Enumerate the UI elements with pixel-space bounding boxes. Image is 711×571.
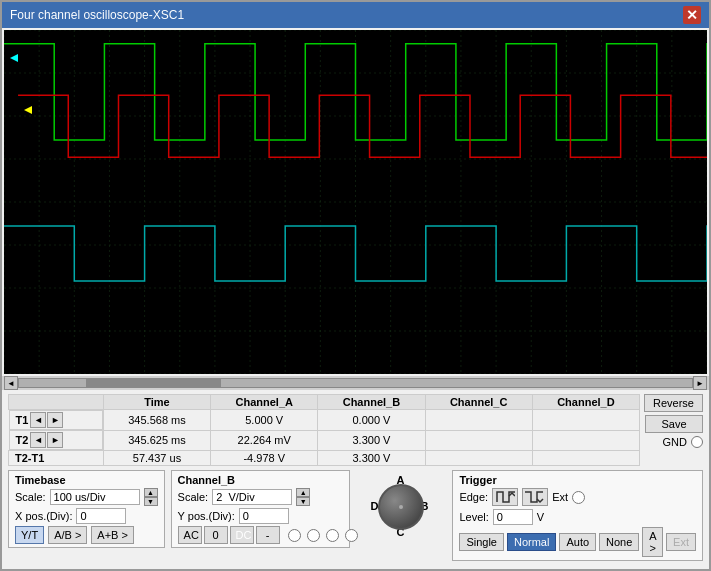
radio-3[interactable] [326,529,339,542]
apb-button[interactable]: A+B > [91,526,134,544]
level-unit: V [537,511,544,523]
t1-right-btn[interactable]: ► [47,412,63,428]
minus-button[interactable]: - [256,526,280,544]
radio-2[interactable] [307,529,320,542]
dc-button[interactable]: DC [230,526,254,544]
level-input[interactable] [493,509,533,525]
normal-button[interactable]: Normal [507,533,556,551]
rising-edge-button[interactable] [492,488,518,506]
scroll-right-arrow[interactable]: ► [693,376,707,390]
trigger-mode-row: Single Normal Auto None A > Ext [459,527,696,557]
chb-spin: ▲ ▼ [296,488,310,506]
channel-b-label: Channel_B [178,474,344,486]
oscilloscope-screen [4,30,707,374]
chb-scale-label: Scale: [178,491,209,503]
channel-b-panel: Channel_B Scale: ▲ ▼ Y pos.(Div): AC 0 [171,470,351,548]
chb-spin-up[interactable]: ▲ [296,488,310,497]
spin-down[interactable]: ▼ [144,497,158,506]
a-greater-button[interactable]: A > [642,527,663,557]
col-header-chd: Channel_D [532,395,639,410]
gnd-label: GND [663,436,687,448]
timebase-mode-row: Y/T A/B > A+B > [15,526,158,544]
row-t1-cha: 5.000 V [211,410,318,431]
level-label: Level: [459,511,488,523]
ext-radio[interactable] [572,491,585,504]
row-t1-chc [425,410,532,431]
chb-scale-input[interactable] [212,489,292,505]
timebase-spin: ▲ ▼ [144,488,158,506]
t2-left-btn[interactable]: ◄ [30,432,46,448]
trigger-panel: Trigger Edge: [452,470,703,561]
timebase-scale-row: Scale: ▲ ▼ [15,488,158,506]
timebase-xpos-row: X pos.(Div): [15,508,158,524]
measurements-row: Time Channel_A Channel_B Channel_C Chann… [8,394,703,466]
title-bar: Four channel oscilloscope-XSC1 ✕ [2,2,709,28]
row-t2-cha: 22.264 mV [211,430,318,451]
table-row: T1 ◄ ► 345.568 ms 5.000 V 0.000 V [9,410,640,431]
scroll-thumb[interactable] [86,379,221,387]
right-buttons: Reverse Save GND [644,394,703,448]
row-t1-chd [532,410,639,431]
timebase-trigger-row: Timebase Scale: ▲ ▼ X pos.(Div): Y/T A/B… [8,470,703,561]
radio-1[interactable] [288,529,301,542]
controls-area: Time Channel_A Channel_B Channel_C Chann… [2,390,709,569]
ext-mode-button[interactable]: Ext [666,533,696,551]
edge-row: Edge: Ext [459,488,696,506]
falling-edge-button[interactable] [522,488,548,506]
chb-scale-row: Scale: ▲ ▼ [178,488,344,506]
row-t2-chb: 3.300 V [318,430,425,451]
row-t2t1-chc [425,451,532,466]
table-row: T2 ◄ ► 345.625 ms 22.264 mV 3.300 V [9,430,640,451]
col-header-cha: Channel_A [211,395,318,410]
scope-canvas [4,30,707,374]
ab-button[interactable]: A/B > [48,526,87,544]
ypos-input[interactable] [239,508,289,524]
scale-label: Scale: [15,491,46,503]
row-t2t1-chb: 3.300 V [318,451,425,466]
ac-button[interactable]: AC [178,526,202,544]
channel-radio-group [288,529,358,542]
ext-label: Ext [552,491,568,503]
ypos-label: Y pos.(Div): [178,510,235,522]
chb-ypos-row: Y pos.(Div): [178,508,344,524]
auto-button[interactable]: Auto [559,533,596,551]
row-t2-label: T2 ◄ ► [9,430,103,450]
reverse-button[interactable]: Reverse [644,394,703,412]
scroll-bar: ◄ ► [2,376,709,390]
table-row: T2-T1 57.437 us -4.978 V 3.300 V [9,451,640,466]
scroll-left-arrow[interactable]: ◄ [4,376,18,390]
timebase-label: Timebase [15,474,158,486]
col-header-chc: Channel_C [425,395,532,410]
t1-left-btn[interactable]: ◄ [30,412,46,428]
col-header-chb: Channel_B [318,395,425,410]
chb-spin-down[interactable]: ▼ [296,497,310,506]
row-t2-chc [425,430,532,451]
row-t1-chb: 0.000 V [318,410,425,431]
t2-right-btn[interactable]: ► [47,432,63,448]
none-button[interactable]: None [599,533,639,551]
edge-label: Edge: [459,491,488,503]
row-t1-time: 345.568 ms [103,410,210,431]
scroll-track[interactable] [18,378,693,388]
row-t2t1-chd [532,451,639,466]
row-t2-chd [532,430,639,451]
xpos-input[interactable] [76,508,126,524]
row-t2-time: 345.625 ms [103,430,210,451]
zero-button[interactable]: 0 [204,526,228,544]
spin-up[interactable]: ▲ [144,488,158,497]
timebase-panel: Timebase Scale: ▲ ▼ X pos.(Div): Y/T A/B… [8,470,165,548]
col-header-label [9,395,104,410]
measurements-table: Time Channel_A Channel_B Channel_C Chann… [8,394,640,466]
channel-knob[interactable] [378,484,424,530]
single-button[interactable]: Single [459,533,504,551]
gnd-radio[interactable] [691,436,703,448]
col-header-time: Time [103,395,210,410]
row-t2t1-cha: -4.978 V [211,451,318,466]
yt-button[interactable]: Y/T [15,526,44,544]
close-button[interactable]: ✕ [683,6,701,24]
knob-label-d: D [370,500,378,512]
row-t2t1-time: 57.437 us [103,451,210,466]
save-button[interactable]: Save [645,415,703,433]
timebase-scale-input[interactable] [50,489,140,505]
row-t1-label: T1 ◄ ► [9,410,103,430]
